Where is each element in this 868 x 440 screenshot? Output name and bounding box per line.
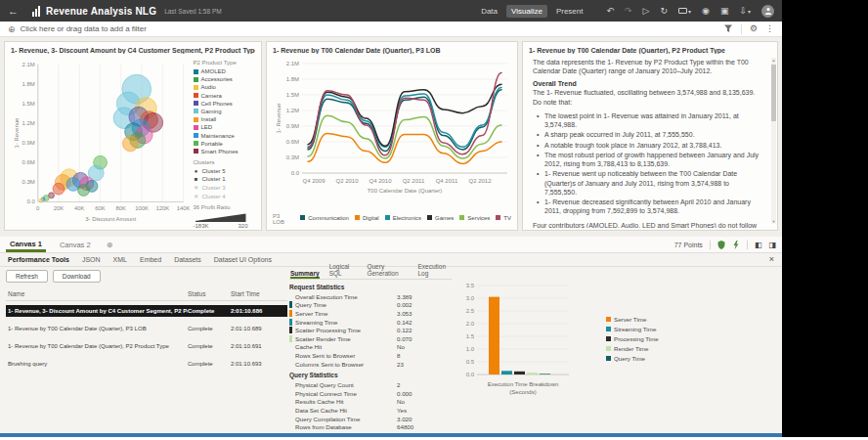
avatar[interactable]	[761, 5, 774, 18]
scroll-down-icon[interactable]: ▼	[771, 219, 776, 224]
summary-tab-summary[interactable]: Summary	[290, 270, 320, 279]
perf-tab-dataset-ui-options[interactable]: Dataset UI Options	[214, 256, 272, 263]
panel-left-toggle-icon[interactable]: ◧	[755, 242, 762, 249]
bar-render-time[interactable]	[527, 373, 538, 374]
back-icon[interactable]: ←	[8, 5, 19, 17]
canvas-tab-canvas-1[interactable]: Canvas 1	[6, 238, 46, 252]
legend-item-cluster[interactable]: ✳Cluster 3	[194, 184, 255, 191]
scrollbar[interactable]: ▲ ▼	[771, 58, 776, 224]
line-visual-card[interactable]: 1- Revenue by T00 Calendar Date (Quarter…	[266, 41, 518, 231]
canvas-tab-canvas-2[interactable]: Canvas 2	[56, 239, 95, 252]
stat-label: Data Set Cache Hit	[295, 407, 397, 414]
legend-item-product[interactable]: Camera	[194, 93, 255, 99]
legend-item-product[interactable]: Audio	[194, 84, 255, 90]
add-filter-icon[interactable]: ⊕	[8, 24, 16, 34]
legend-item-product[interactable]: Install	[194, 116, 255, 122]
kebab-menu-icon[interactable]: ⋮	[765, 24, 774, 33]
legend-item-product[interactable]: AMOLED	[194, 68, 255, 74]
undo-icon[interactable]: ↶	[606, 7, 614, 16]
scroll-up-icon[interactable]: ▲	[771, 58, 776, 63]
perf-tab-json[interactable]: JSON	[82, 256, 101, 263]
table-row[interactable]: Brushing queryComplete2:01:10.693	[6, 358, 287, 370]
workbook-title: Revenue Analysis NLG	[46, 6, 156, 17]
query-table-column: Refresh Download NameStatusStart Time 1-…	[6, 270, 287, 375]
perf-tab-datasets[interactable]: Datasets	[174, 256, 201, 263]
legend-item-time[interactable]: Render Time	[606, 345, 659, 352]
legend-item-product[interactable]: Cell Phones	[194, 101, 255, 107]
scatter-bubble[interactable]	[78, 184, 90, 196]
query-status: Complete	[188, 343, 231, 349]
table-row[interactable]: 1- Revenue, 3- Discount Amount by C4 Cus…	[6, 305, 287, 317]
pin-icon[interactable]: ◉	[702, 7, 710, 16]
legend-item-product[interactable]: Smart Phones	[194, 149, 255, 154]
performance-spark-icon[interactable]	[732, 241, 740, 249]
legend-item-lob[interactable]: Electronics	[385, 215, 421, 221]
panel-right-toggle-icon[interactable]: ◨	[768, 242, 776, 249]
table-row[interactable]: 1- Revenue by T00 Calendar Date (Quarter…	[6, 340, 287, 352]
download-button[interactable]: Download	[53, 270, 101, 283]
legend-item-lob[interactable]: Digital	[355, 215, 379, 221]
bar-processing-time[interactable]	[514, 372, 525, 374]
redo-icon[interactable]: ↷	[625, 7, 632, 16]
legend-swatch	[300, 215, 305, 220]
quality-shield-icon[interactable]	[717, 241, 725, 249]
legend-item-time[interactable]: Server Time	[606, 316, 659, 323]
scatter-visual-card[interactable]: 1- Revenue, 3- Discount Amount by C4 Cus…	[4, 41, 262, 231]
perf-tab-embed[interactable]: Embed	[140, 256, 161, 263]
summary-tab-execution-log[interactable]: Execution Log	[417, 263, 451, 279]
execution-time-bar-chart[interactable]: 3.53.02.52.01.51.00.50.0Execution Time B…	[452, 281, 598, 400]
play-icon[interactable]: ▷	[643, 7, 650, 16]
legend-item-product[interactable]: Gaming	[194, 109, 255, 114]
legend-item-lob[interactable]: Services	[459, 215, 490, 221]
close-panel-icon[interactable]: ×	[769, 255, 774, 264]
line-series-tv[interactable]	[308, 73, 501, 155]
legend-item-time[interactable]: Query Time	[606, 355, 659, 362]
line-chart[interactable]: 2.1M1.8M1.5M1.2M0.9M0.6M0.3M0.0Q4 2009Q2…	[273, 56, 513, 208]
table-row[interactable]: 1- Revenue by T00 Calendar Date (Quarter…	[6, 323, 287, 334]
gear-icon[interactable]: ⚙	[750, 24, 758, 33]
refresh-icon[interactable]: ↻	[661, 7, 669, 16]
bar-query-time[interactable]	[540, 374, 550, 374]
stat-value: 3.020	[397, 416, 412, 422]
points-count: 77 Points	[674, 242, 703, 248]
scatter-plot[interactable]: 020K40K60K80K100K120K140K2.1M1.8M1.5M1.2…	[11, 56, 192, 226]
filter-tools-icon[interactable]	[724, 24, 733, 33]
perf-tab-performance-tools[interactable]: Performance Tools	[8, 256, 69, 263]
mode-tab-present[interactable]: Present	[551, 5, 588, 18]
legend-item-cluster[interactable]: ●Cluster 5	[194, 168, 255, 174]
add-canvas-icon[interactable]: ⊕	[107, 241, 113, 249]
save-dropdown-icon[interactable]: ⇩▾	[739, 7, 751, 16]
narrative-visual-card[interactable]: 1- Revenue by T00 Calendar Date (Quarter…	[522, 41, 778, 231]
mode-tab-visualize[interactable]: Visualize	[506, 5, 547, 18]
query-stats-block: Query Statistics Physical Query Count2Ph…	[289, 372, 452, 431]
legend-item-lob[interactable]: Games	[427, 215, 454, 221]
x-tick-label: Q4 2009	[302, 178, 326, 184]
summary-tab-query-generation[interactable]: Query Generation	[367, 263, 408, 279]
present-dropdown-icon[interactable]: ▾	[678, 7, 691, 16]
narrative-bullet: The lowest point in 1- Revenue was attai…	[537, 111, 760, 129]
x-tick-label: Q2 2011	[403, 178, 425, 184]
legend-item-cluster[interactable]: ■Cluster 1	[194, 176, 255, 182]
legend-item-cluster[interactable]: ✳Cluster 4	[194, 193, 255, 199]
legend-item-product[interactable]: Maintenance	[194, 133, 255, 139]
scrollbar-thumb[interactable]	[771, 65, 776, 121]
legend-item-lob[interactable]: TV	[496, 215, 511, 221]
stat-label: Physical Query Count	[295, 381, 397, 388]
canvas-icon[interactable]: ▣	[720, 7, 729, 16]
legend-item-time[interactable]: Streaming Time	[606, 326, 659, 332]
legend-item-product[interactable]: LED	[194, 124, 255, 130]
legend-item-lob[interactable]: Communication	[300, 215, 349, 221]
perf-tab-xml[interactable]: XML	[113, 256, 127, 263]
scatter-bubble[interactable]	[53, 183, 65, 195]
summary-tab-logical-sql[interactable]: Logical SQL	[329, 263, 358, 279]
legend-item-product[interactable]: Portable	[194, 141, 255, 147]
refresh-button[interactable]: Refresh	[6, 270, 48, 283]
filter-bar[interactable]: ⊕ Click here or drag data to add a filte…	[0, 22, 782, 37]
bar-server-time[interactable]	[489, 297, 499, 374]
scatter-bubble[interactable]	[39, 198, 43, 202]
legend-item-time[interactable]: Processing Time	[606, 335, 659, 342]
scatter-bubble[interactable]	[122, 136, 138, 152]
mode-tab-data[interactable]: Data	[476, 5, 502, 18]
bar-streaming-time[interactable]	[501, 371, 512, 374]
legend-item-product[interactable]: Accessories	[194, 76, 255, 82]
